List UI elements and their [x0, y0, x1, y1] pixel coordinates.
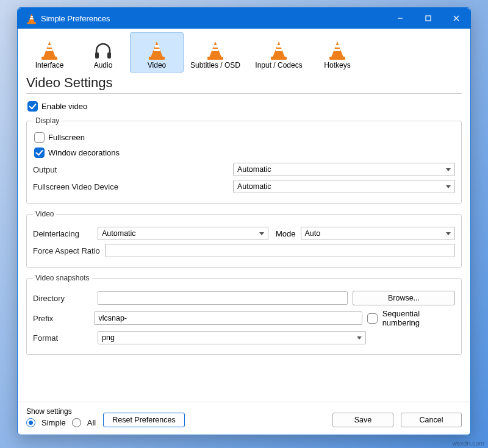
tab-label: Subtitles / OSD — [187, 61, 244, 69]
minimize-button[interactable] — [386, 8, 414, 29]
fullscreen-label: Fullscreen — [48, 133, 85, 142]
sequential-label: Sequential numbering — [382, 309, 455, 327]
tab-label: Interface — [26, 61, 73, 69]
format-label: Format — [33, 333, 93, 343]
enable-video-label: Enable video — [41, 102, 87, 111]
cone-board-icon — [187, 37, 244, 60]
snapshots-group: Video snapshots Directory Browse... Pref… — [26, 274, 462, 355]
video-group: Video Deinterlacing Automatic Mode Auto … — [26, 210, 462, 268]
deinterlacing-select[interactable]: Automatic — [98, 227, 268, 240]
tab-codecs[interactable]: Input / Codecs — [247, 32, 310, 73]
mode-label: Mode — [276, 229, 296, 238]
window-decorations-label: Window decorations — [48, 148, 120, 157]
show-all-label: All — [87, 418, 96, 427]
tab-label: Audio — [79, 61, 127, 69]
force-aspect-input[interactable] — [105, 244, 455, 257]
video-legend: Video — [33, 210, 56, 218]
force-aspect-label: Force Aspect Ratio — [33, 246, 100, 255]
footer: Show settings Simple All Reset Preferenc… — [18, 402, 470, 435]
tab-interface[interactable]: Interface — [23, 32, 76, 73]
preferences-window: Simple Preferences Interface Audio Video… — [17, 7, 471, 435]
prefix-input[interactable]: vlcsnap- — [94, 311, 362, 325]
tab-hotkeys[interactable]: Hotkeys — [310, 32, 364, 73]
show-settings-label: Show settings — [26, 407, 96, 416]
fullscreen-checkbox[interactable] — [34, 132, 45, 143]
directory-input[interactable] — [98, 291, 348, 305]
tab-label: Input / Codecs — [250, 61, 307, 69]
show-simple-label: Simple — [41, 418, 66, 427]
fullscreen-device-select[interactable]: Automatic — [233, 180, 455, 193]
cone-icon — [26, 37, 73, 60]
deinterlacing-label: Deinterlacing — [33, 229, 93, 238]
tab-label: Hotkeys — [314, 61, 361, 69]
window-decorations-checkbox[interactable] — [34, 148, 45, 158]
window-title: Simple Preferences — [41, 14, 386, 23]
save-button[interactable]: Save — [332, 413, 393, 427]
content: Enable video Display Fullscreen Window d… — [18, 99, 470, 402]
watermark: wsxdn.com — [452, 439, 484, 447]
browse-button[interactable]: Browse... — [353, 291, 455, 305]
display-legend: Display — [33, 116, 62, 125]
directory-label: Directory — [33, 294, 93, 303]
svg-rect-4 — [95, 52, 99, 59]
mode-select[interactable]: Auto — [301, 227, 455, 240]
fullscreen-device-label: Fullscreen Video Device — [33, 182, 228, 191]
tab-label: Video — [133, 61, 181, 69]
enable-video-checkbox[interactable] — [27, 101, 38, 112]
svg-rect-1 — [426, 16, 431, 21]
maximize-button[interactable] — [414, 8, 442, 29]
titlebar: Simple Preferences — [18, 8, 470, 29]
sequential-checkbox[interactable] — [367, 313, 377, 324]
category-tabs: Interface Audio Video Subtitles / OSD In… — [18, 29, 470, 73]
cancel-button[interactable]: Cancel — [401, 413, 462, 427]
headphones-icon — [79, 37, 127, 60]
show-simple-radio[interactable] — [26, 418, 35, 427]
tab-subtitles[interactable]: Subtitles / OSD — [184, 32, 247, 73]
cone-keys-icon — [314, 37, 361, 60]
reset-button[interactable]: Reset Preferences — [103, 413, 185, 427]
format-select[interactable]: png — [98, 331, 366, 344]
page-title: Video Settings — [26, 75, 462, 91]
app-icon — [24, 12, 36, 24]
close-button[interactable] — [442, 8, 470, 29]
cone-film-icon — [133, 37, 181, 60]
prefix-label: Prefix — [33, 314, 89, 323]
cone-cable-icon — [250, 37, 307, 60]
divider — [26, 93, 462, 94]
tab-audio[interactable]: Audio — [76, 32, 130, 73]
tab-video[interactable]: Video — [130, 32, 184, 73]
display-group: Display Fullscreen Window decorations Ou… — [26, 116, 462, 204]
output-select[interactable]: Automatic — [233, 163, 455, 176]
output-label: Output — [33, 165, 228, 174]
svg-rect-5 — [107, 52, 111, 59]
snapshots-legend: Video snapshots — [33, 274, 92, 282]
show-all-radio[interactable] — [72, 418, 81, 427]
